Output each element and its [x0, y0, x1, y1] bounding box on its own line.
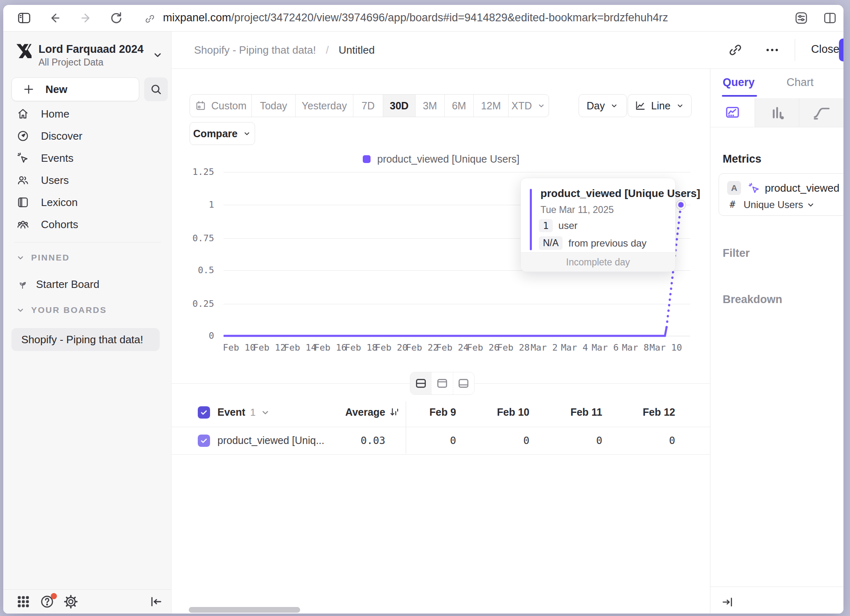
collapse-sidebar-icon[interactable]: [149, 595, 163, 609]
home-icon: [16, 107, 29, 120]
table-row[interactable]: product_viewed [Uniq... 0.03 0 0 0 0: [172, 427, 711, 455]
project-chevron-down-icon[interactable]: [151, 49, 164, 61]
chart-type-dropdown[interactable]: Line: [628, 94, 692, 117]
back-button[interactable]: [47, 11, 61, 25]
copy-link-icon[interactable]: [728, 42, 743, 58]
breadcrumb-page[interactable]: Untitled: [339, 44, 375, 57]
browser-toolbar: mixpanel.com/project/3472420/view/397469…: [3, 5, 843, 32]
calendar-icon: [195, 100, 206, 111]
granularity-label: Day: [587, 100, 605, 112]
chart-type-funnel-tab[interactable]: [799, 98, 843, 127]
sidebar-item-cohorts[interactable]: Cohorts: [11, 214, 164, 235]
date-range-today[interactable]: Today: [251, 95, 295, 117]
url-bar[interactable]: mixpanel.com/project/3472420/view/397469…: [163, 11, 668, 24]
bar-chart-icon: [769, 104, 785, 121]
split-horizontal-icon: [414, 377, 427, 390]
date-range-6m[interactable]: 6M: [444, 95, 473, 117]
y-tick: 0.25: [176, 298, 214, 310]
sidebar-item-label: Events: [41, 152, 74, 165]
row-checkbox[interactable]: [198, 435, 210, 447]
sidebar-footer: [3, 589, 171, 614]
chevron-down-icon: [537, 101, 546, 110]
date-range-yesterday[interactable]: Yesterday: [295, 95, 353, 117]
collapse-panel-icon[interactable]: [721, 596, 734, 609]
sidebar-item-starter-board[interactable]: Starter Board: [11, 274, 164, 294]
date-range-30d[interactable]: 30D: [383, 95, 415, 117]
y-tick: 1.25: [176, 166, 214, 178]
sidebar-item-users[interactable]: Users: [11, 170, 164, 190]
date-column-header: Feb 12: [614, 406, 675, 418]
metric-card[interactable]: A product_viewed # Unique Users: [719, 173, 843, 216]
tab-query[interactable]: Query: [723, 76, 755, 89]
sidebar-item-discover[interactable]: Discover: [11, 126, 164, 146]
event-cursor-icon: [16, 152, 29, 165]
date-range-12m[interactable]: 12M: [473, 95, 508, 117]
event-column-header[interactable]: Event: [217, 406, 245, 418]
new-button[interactable]: New: [11, 77, 139, 101]
query-panel: Query Chart Metrics A: [710, 69, 843, 614]
chevron-down-icon[interactable]: [260, 407, 271, 418]
date-range-7d[interactable]: 7D: [353, 95, 383, 117]
more-options-icon[interactable]: [764, 44, 780, 56]
filter-header[interactable]: Filter: [723, 247, 750, 260]
chart-type-line-tab[interactable]: [710, 98, 755, 127]
chart-type-bar-tab[interactable]: [755, 98, 799, 127]
metric-aggregation[interactable]: Unique Users: [744, 199, 803, 211]
date-range-3m[interactable]: 3M: [415, 95, 444, 117]
forward-button[interactable]: [79, 11, 93, 25]
split-view-icon[interactable]: [822, 11, 838, 25]
tab-query-underline: [722, 95, 757, 97]
reload-button[interactable]: [109, 11, 124, 25]
date-range-custom[interactable]: Custom: [190, 95, 251, 117]
sidebar: Lord Farquaad 2024 All Project Data New …: [3, 32, 172, 614]
sidebar-divider: [14, 242, 161, 242]
metric-letter-chip: A: [727, 181, 741, 195]
lexicon-icon: [16, 196, 29, 209]
report-canvas: Custom Today Yesterday 7D 30D 3M 6M 12M …: [172, 69, 711, 614]
breakdown-header[interactable]: Breakdown: [723, 293, 782, 306]
date-range-label: XTD: [511, 100, 532, 112]
search-button[interactable]: [144, 77, 168, 101]
horizontal-scrollbar[interactable]: [189, 607, 300, 613]
close-button[interactable]: Close: [811, 43, 839, 56]
apps-grid-icon[interactable]: [16, 594, 31, 609]
url-link-icon: [144, 13, 156, 25]
pinned-section-header[interactable]: PINNED: [16, 253, 70, 263]
save-button[interactable]: [839, 38, 843, 61]
average-column-header[interactable]: Average: [303, 406, 385, 418]
layout-split-view-button[interactable]: [410, 372, 431, 394]
your-boards-section-header[interactable]: YOUR BOARDS: [16, 305, 107, 315]
chart-type-tabs: [710, 98, 843, 127]
browser-sidebar-toggle-icon[interactable]: [16, 11, 32, 25]
date-column-header: Feb 9: [395, 406, 456, 418]
breadcrumb-board[interactable]: Shopify - Piping that data!: [194, 44, 316, 57]
sidebar-board-shopify[interactable]: Shopify - Piping that data!: [11, 328, 160, 351]
your-boards-label: YOUR BOARDS: [31, 305, 107, 315]
compare-label: Compare: [193, 128, 237, 140]
sidebar-item-label: Home: [41, 108, 69, 120]
date-range-control: Custom Today Yesterday 7D 30D 3M 6M 12M …: [190, 94, 549, 117]
chart-legend[interactable]: product_viewed [Unique Users]: [172, 153, 711, 165]
sidebar-item-lexicon[interactable]: Lexicon: [11, 192, 164, 213]
project-name[interactable]: Lord Farquaad 2024: [38, 43, 144, 56]
select-all-checkbox[interactable]: [198, 406, 210, 419]
tooltip-date: Tue Mar 11, 2025: [540, 204, 614, 215]
gear-icon[interactable]: [63, 594, 79, 609]
sidebar-item-home[interactable]: Home: [11, 104, 164, 124]
chevron-down-icon: [806, 200, 816, 210]
cohorts-icon: [16, 218, 29, 231]
layout-table-only-button[interactable]: [453, 372, 474, 394]
date-column-header: Feb 10: [468, 406, 529, 418]
date-range-xtd[interactable]: XTD: [508, 95, 549, 117]
y-tick: 0: [176, 330, 214, 342]
compare-dropdown[interactable]: Compare: [190, 122, 255, 145]
date-range-label: Custom: [211, 100, 246, 112]
compass-icon: [16, 129, 29, 143]
granularity-dropdown[interactable]: Day: [579, 94, 627, 117]
date-range-label: 7D: [362, 100, 375, 112]
tab-chart[interactable]: Chart: [787, 76, 814, 89]
layout-chart-only-button[interactable]: [431, 372, 452, 394]
page-settings-icon[interactable]: [793, 11, 809, 25]
sidebar-item-events[interactable]: Events: [11, 148, 164, 168]
breakdown-table: Event 1 Average Feb 9 Feb 10 Feb 11 Feb …: [172, 398, 711, 484]
